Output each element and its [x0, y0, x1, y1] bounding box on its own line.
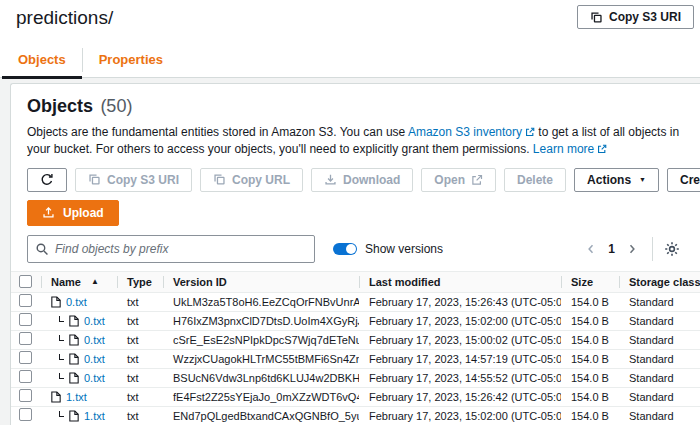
- object-name-link[interactable]: 1.txt: [66, 391, 87, 403]
- show-versions-label: Show versions: [365, 242, 443, 256]
- version-id-cell: UkLM3za5T8oH6.EeZCqOrFNBvUnrAlT7: [163, 296, 359, 308]
- version-id-cell: fE4Fst2Z25sYEjaJo_0mXZzWDT6vQ4Uz: [163, 391, 359, 403]
- select-all-cell: [11, 272, 41, 292]
- version-id-cell: cSrE_EsE2sNPIpkDpcS7Wjq7dETeNuE7: [163, 334, 359, 346]
- column-header-storage-class[interactable]: Storage class: [619, 272, 700, 292]
- table-row: 1.txt txt ENd7pQLgedBtxandCAxQGNBfO_5yuD…: [11, 407, 700, 425]
- next-page-button[interactable]: [624, 241, 640, 257]
- version-elbow-icon: [59, 316, 64, 322]
- inventory-link[interactable]: Amazon S3 inventory: [408, 125, 535, 139]
- storage-class-cell: Standard: [619, 334, 700, 346]
- objects-toolbar: Copy S3 URI Copy URL Download Open Delet…: [11, 159, 700, 192]
- show-versions-toggle[interactable]: [333, 243, 357, 255]
- select-all-checkbox[interactable]: [19, 275, 32, 288]
- type-cell: txt: [117, 410, 163, 422]
- row-checkbox[interactable]: [19, 389, 32, 402]
- row-select-cell: [11, 332, 41, 347]
- objects-panel-header: Objects (50) Objects are the fundamental…: [11, 84, 700, 159]
- learn-more-label: Learn more: [533, 142, 594, 156]
- file-icon: [51, 391, 61, 403]
- table-row: 0.txt txt WzzjxCUagokHLTrMC55tBMFi6Sn4Zr…: [11, 350, 700, 369]
- file-icon: [69, 353, 79, 365]
- table-row: 0.txt txt BSUcN6Vdw3Lnp6td6KLUJ4w2DBKH07…: [11, 369, 700, 388]
- storage-class-cell: Standard: [619, 410, 700, 422]
- refresh-button[interactable]: [27, 168, 67, 192]
- current-page: 1: [608, 242, 615, 256]
- table-row: 0.txt txt UkLM3za5T8oH6.EeZCqOrFNBvUnrAl…: [11, 293, 700, 312]
- chevron-left-icon: [585, 243, 597, 255]
- column-header-name[interactable]: Name▲: [41, 272, 117, 292]
- name-cell: 0.txt: [41, 296, 117, 308]
- preferences-button[interactable]: [662, 239, 682, 259]
- table-row: 0.txt txt cSrE_EsE2sNPIpkDpcS7Wjq7dETeNu…: [11, 331, 700, 350]
- filter-row: Show versions 1: [11, 226, 700, 271]
- create-folder-button[interactable]: Create folder: [667, 168, 700, 192]
- copy-s3-uri-button[interactable]: Copy S3 URI: [75, 168, 192, 192]
- size-header-label: Size: [571, 276, 593, 288]
- copy-icon: [88, 173, 101, 186]
- copy-url-button[interactable]: Copy URL: [200, 168, 303, 192]
- storage-class-cell: Standard: [619, 315, 700, 327]
- previous-page-button[interactable]: [583, 241, 599, 257]
- version-id-cell: WzzjxCUagokHLTrMC55tBMFi6Sn4ZrdW: [163, 353, 359, 365]
- copy-s3-uri-header-button[interactable]: Copy S3 URI: [577, 5, 694, 29]
- search-icon: [35, 242, 49, 256]
- type-header-label: Type: [127, 276, 152, 288]
- type-cell: txt: [117, 334, 163, 346]
- upload-row: Upload: [11, 192, 700, 226]
- size-cell: 154.0 B: [561, 372, 619, 384]
- version-id-cell: ENd7pQLgedBtxandCAxQGNBfO_5yuDdn: [163, 410, 359, 422]
- row-checkbox[interactable]: [19, 294, 32, 307]
- name-cell: 0.txt: [41, 334, 117, 346]
- object-name-link[interactable]: 0.txt: [66, 296, 87, 308]
- last-modified-cell: February 17, 2023, 14:55:52 (UTC-05:00): [359, 372, 561, 384]
- row-checkbox[interactable]: [19, 313, 32, 326]
- column-header-type[interactable]: Type: [117, 272, 163, 292]
- download-label: Download: [343, 173, 400, 187]
- size-cell: 154.0 B: [561, 410, 619, 422]
- tab-bar: Objects Properties: [0, 43, 700, 78]
- type-cell: txt: [117, 353, 163, 365]
- open-button[interactable]: Open: [421, 168, 496, 192]
- object-name-link[interactable]: 0.txt: [84, 334, 105, 346]
- column-header-version-id[interactable]: Version ID: [163, 272, 359, 292]
- panel-description: Objects are the fundamental entities sto…: [27, 124, 684, 159]
- learn-more-link[interactable]: Learn more: [533, 142, 607, 156]
- search-input[interactable]: [27, 235, 315, 263]
- file-icon: [69, 334, 79, 346]
- objects-panel: Objects (50) Objects are the fundamental…: [10, 83, 700, 425]
- size-cell: 154.0 B: [561, 296, 619, 308]
- file-icon: [69, 410, 79, 422]
- download-button[interactable]: Download: [311, 168, 413, 192]
- delete-button[interactable]: Delete: [504, 168, 566, 192]
- tab-objects[interactable]: Objects: [2, 43, 82, 78]
- table-header-row: Name▲ Type Version ID Last modified Size…: [11, 272, 700, 293]
- object-name-link[interactable]: 0.txt: [84, 353, 105, 365]
- file-icon: [51, 296, 61, 308]
- object-count: (50): [100, 96, 132, 116]
- column-header-size[interactable]: Size: [561, 272, 619, 292]
- version-elbow-icon: [59, 354, 64, 360]
- copy-icon: [213, 173, 226, 186]
- copy-icon: [590, 11, 603, 24]
- object-name-link[interactable]: 1.txt: [84, 410, 105, 422]
- file-icon: [69, 315, 79, 327]
- page-title: predictions/: [16, 7, 113, 29]
- row-checkbox[interactable]: [19, 332, 32, 345]
- sort-ascending-icon: ▲: [91, 277, 99, 286]
- row-checkbox[interactable]: [19, 351, 32, 364]
- row-checkbox[interactable]: [19, 408, 32, 421]
- open-label: Open: [434, 173, 465, 187]
- upload-button[interactable]: Upload: [27, 200, 119, 226]
- object-name-link[interactable]: 0.txt: [84, 372, 105, 384]
- actions-button[interactable]: Actions ▼: [574, 168, 659, 192]
- column-header-last-modified[interactable]: Last modified: [359, 272, 561, 292]
- row-checkbox[interactable]: [19, 370, 32, 383]
- pagination: 1: [583, 237, 684, 261]
- object-name-link[interactable]: 0.txt: [84, 315, 105, 327]
- table-row: 0.txt txt H76IxZM3pnxClD7DtsD.UoIm4XGyRj…: [11, 312, 700, 331]
- external-link-icon: [471, 174, 483, 186]
- description-text-1: Objects are the fundamental entities sto…: [27, 125, 408, 139]
- copy-url-label: Copy URL: [232, 173, 290, 187]
- tab-properties[interactable]: Properties: [83, 43, 179, 78]
